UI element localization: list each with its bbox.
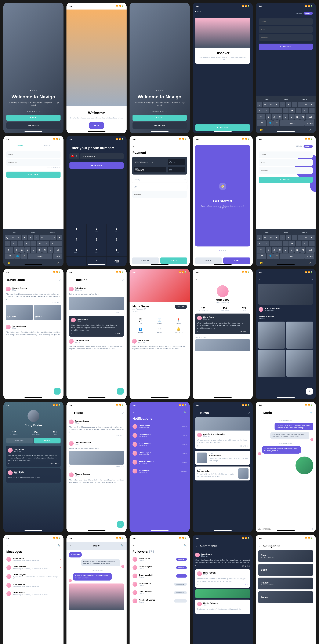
back-icon[interactable]: ← xyxy=(132,145,136,148)
fab-add[interactable]: + xyxy=(54,388,60,394)
profile2-screen: 9:41📶📶🔋 ← Maria Snow San Francisco, CA 1… xyxy=(192,269,253,399)
fab-add[interactable]: + xyxy=(306,388,313,394)
message-input[interactable] xyxy=(258,528,312,530)
follow-button[interactable]: FOLLOW xyxy=(175,305,187,308)
filter-icon[interactable]: ▽ xyxy=(248,412,250,414)
password-input[interactable] xyxy=(258,167,313,174)
discover-image xyxy=(195,18,250,48)
back-icon[interactable]: ← xyxy=(6,544,9,547)
search-icon[interactable]: 🔍 xyxy=(58,544,60,547)
discover-screen: 9:41📶📶🔋 Discover If you're offered a sea… xyxy=(192,3,253,133)
address-input[interactable] xyxy=(132,191,187,198)
signup-tab[interactable]: SIGN UP xyxy=(304,145,312,148)
getstarted-screen: 9:41📶📶🔋 🧭 Get started If you're offered … xyxy=(192,136,253,266)
continue-button[interactable]: CONTINUE xyxy=(258,176,313,183)
send-icon[interactable]: + xyxy=(312,528,313,530)
jony-screen: 9:41📶📶🔋 Jony Blake 125FOLLOWERS150FOLLOW… xyxy=(4,402,64,532)
signup-tab[interactable]: SIGN UP xyxy=(34,142,60,148)
email-input[interactable] xyxy=(258,26,313,33)
followers-screen: 9:41📶📶🔋 ←🔍 Followers 174 Marie WinterCan… xyxy=(130,535,190,644)
next-step-button[interactable]: NEXT STEP xyxy=(70,162,124,168)
filter-icon[interactable]: ▽ xyxy=(122,412,124,414)
password-input[interactable] xyxy=(258,34,313,40)
profile-avatar xyxy=(217,285,228,297)
fab-add[interactable]: + xyxy=(117,521,124,528)
cancel-button[interactable]: CANCEL xyxy=(132,258,159,264)
share-icon[interactable]: ⤴ xyxy=(6,302,6,303)
marie2-chat-screen: 9:41📶📶🔋 ←Marie🔍 is doing it ❤ Remember t… xyxy=(66,535,126,644)
email-input[interactable] xyxy=(6,151,60,158)
back-icon[interactable]: ← xyxy=(70,278,72,282)
facebook-button[interactable]: FACEBOOK xyxy=(6,122,60,128)
password-input[interactable] xyxy=(6,159,60,166)
marie-chat-screen: 9:41📶📶🔋 ←Marie🔍 YESTERDAY 2:30 PM The pe… xyxy=(256,402,316,532)
continue-button[interactable]: CONTINUE xyxy=(258,44,313,50)
back-icon[interactable]: ← xyxy=(258,278,262,282)
filter-icon[interactable]: ▽ xyxy=(59,278,60,281)
back-icon[interactable]: ← xyxy=(132,544,136,547)
search-icon[interactable]: 🔍 xyxy=(184,544,187,547)
back-icon[interactable]: ← xyxy=(132,411,136,414)
comments-screen: 9:41📶📶🔋 ←Comments Jean Coutu1 hour ago W… xyxy=(192,535,253,644)
messages-screen: 9:41📶📶🔋 ←🔍 Messages Marie WinterHappines… xyxy=(4,535,64,644)
notifications-screen: 9:41📶📶🔋 ←🔍 Notifications Burns Marksshar… xyxy=(130,402,190,532)
signup-dark-screen: 9:41📶📶🔋 SIGN IN SIGN UP CONTINUE "Helli"… xyxy=(256,3,316,133)
continue-button[interactable]: CONTINUE xyxy=(195,124,250,131)
categories-screen: 9:41📶📶🔋 ←Categories Cars56 topics - 2k a… xyxy=(256,535,316,644)
back-icon[interactable]: ← xyxy=(70,544,72,547)
filter-icon[interactable]: ▽ xyxy=(311,278,313,281)
hero-image xyxy=(66,10,126,106)
signup-tab[interactable]: SIGN UP xyxy=(304,12,312,14)
profile-image: 9:41📶📶🔋 xyxy=(130,269,190,302)
keyboard[interactable]: "Helli"HelloHellos QWERTYUIOPASDFGHJKL⇧Z… xyxy=(256,96,316,133)
news-screen: 9:41📶📶🔋 ←News▽ Andrée-Ann Labranche1 hou… xyxy=(192,402,253,532)
name-input[interactable] xyxy=(258,152,313,158)
signin-tab[interactable]: SIGN IN xyxy=(296,12,302,14)
next-button[interactable]: NEXT xyxy=(223,258,250,264)
continue-button[interactable]: CONTINUE xyxy=(6,172,60,178)
email-button[interactable]: EMAIL xyxy=(132,114,187,121)
back-icon[interactable]: ← xyxy=(196,278,198,282)
welcome2-title: Welcome xyxy=(70,110,123,115)
welcome-title: Welcome to Navigo xyxy=(6,94,60,100)
email-input[interactable] xyxy=(258,159,313,166)
name-input[interactable] xyxy=(258,18,313,25)
filter-icon[interactable]: ▽ xyxy=(122,278,124,281)
popular-tab[interactable]: POPULAR xyxy=(6,438,33,444)
page-dots xyxy=(6,90,60,91)
keyboard[interactable]: "Helli"HelloHellos QWERTYUIOPASDFGHJKL⇧Z… xyxy=(256,229,316,266)
compass-icon: 🧭 xyxy=(219,183,226,190)
signin-tab[interactable]: SIGN IN xyxy=(6,142,34,148)
welcome-screen-dup: 9:41📶📶🔋 Welcome to Navigo The best way t… xyxy=(130,3,190,133)
welcome-screen: 9:41📶📶🔋 Welcome to Navigo The best way t… xyxy=(4,3,64,133)
back-icon[interactable]: ← xyxy=(258,544,262,548)
back-icon[interactable]: ← xyxy=(258,411,262,414)
forgot-link[interactable]: FORGOT PASSWORD xyxy=(6,167,60,168)
signin-tab[interactable]: SIGN IN xyxy=(296,146,302,147)
timeline-screen: 9:41📶📶🔋 ←Timeline▽ John Brown1 hour ago … xyxy=(66,269,126,399)
country-code[interactable]: 🇨🇦+ 1 xyxy=(70,153,79,159)
city-select[interactable]: City▾ xyxy=(132,184,187,190)
fab-add[interactable]: + xyxy=(117,388,124,394)
back-button[interactable]: BACK xyxy=(195,258,222,264)
search-icon[interactable]: 🔍 xyxy=(184,411,187,414)
email-button[interactable]: EMAIL xyxy=(6,114,60,121)
next-button[interactable]: NEXT xyxy=(89,122,104,128)
country-select[interactable]: Country▾ xyxy=(132,177,187,182)
search-icon[interactable]: 🔍 xyxy=(310,412,313,414)
keyboard[interactable]: "Helli"HelloHellos QWERTYUIOPASDFGHJKL⇧Z… xyxy=(4,229,64,266)
apply-button[interactable]: APPLY xyxy=(160,258,187,264)
signin-screen: 9:41📶📶🔋 SIGN IN SIGN UP FORGOT PASSWORD … xyxy=(4,136,64,266)
back-icon[interactable]: ← xyxy=(196,544,198,548)
numpad: 12ABC3DEF4GHI5JKL6MNO7PQRS8TUV9WXYZ0⌫ xyxy=(66,224,126,266)
posts-screen: 9:41📶📶🔋 ←Posts▽ Jerome Gaveau4 NovWhen o… xyxy=(66,402,126,532)
signup-light-screen: 9:41📶📶🔋 SIGN IN SIGN UP CONTINUE "Helli"… xyxy=(256,136,316,266)
recent-tab[interactable]: RECENT xyxy=(34,438,60,444)
profile-screen: 9:41📶📶🔋 Maria SnowSan Francisco, CA20 ye… xyxy=(130,269,190,399)
alexio-screen: 9:41📶📶🔋 ←▽ Alexio Morales1.2k followers … xyxy=(256,269,316,399)
welcome-subtitle: The best way to navigate your world and … xyxy=(6,102,60,106)
search-icon[interactable]: 🔍 xyxy=(120,544,124,547)
facebook-button[interactable]: FACEBOOK xyxy=(132,122,187,128)
back-icon[interactable]: ← xyxy=(70,411,72,414)
back-icon[interactable]: ← xyxy=(196,411,198,414)
